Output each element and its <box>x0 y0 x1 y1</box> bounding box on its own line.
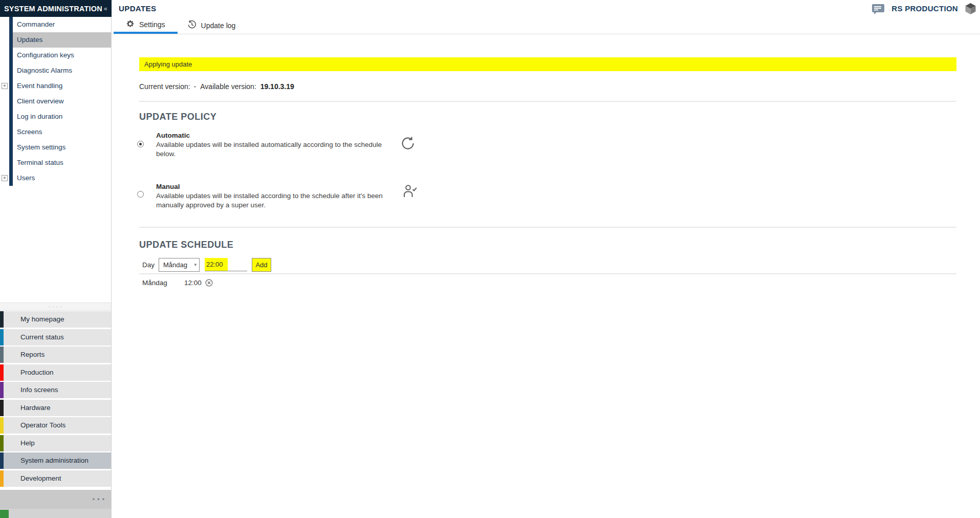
brand-name: RS PRODUCTION <box>891 4 958 13</box>
version-line: Current version: - Available version: 19… <box>139 82 956 91</box>
manual-radio[interactable] <box>137 191 144 198</box>
nav-item-system-administration[interactable]: System administration <box>0 452 111 469</box>
sidebar-item-event-handling[interactable]: Event handling <box>13 78 111 94</box>
sidebar-item-log-in-duration[interactable]: Log in duration <box>13 109 111 124</box>
chat-icon[interactable] <box>872 3 885 14</box>
manual-text: Manual Available updates will be install… <box>156 182 402 210</box>
collapse-sidebar-icon[interactable]: « <box>104 5 107 12</box>
connection-status-indicator <box>0 510 9 518</box>
nav-item-production[interactable]: Production <box>0 364 111 381</box>
current-version-label: Current version: <box>139 82 190 91</box>
cube-icon[interactable] <box>965 3 976 15</box>
top-header-bar: SYSTEM ADMINISTRATION « UPDATES RS PRODU… <box>0 0 980 17</box>
nav-item-reports[interactable]: Reports <box>0 347 111 363</box>
app-title-block[interactable]: SYSTEM ADMINISTRATION « <box>0 0 112 17</box>
manual-description: Available updates will be installed acco… <box>156 191 402 210</box>
sidebar-accent-bar <box>9 17 13 186</box>
refresh-icon <box>400 135 416 154</box>
expander-icon-users[interactable]: + <box>2 175 8 181</box>
policy-option-manual: Manual Available updates will be install… <box>137 182 956 210</box>
automatic-description: Available updates will be installed auto… <box>156 140 402 159</box>
manual-title: Manual <box>156 182 402 191</box>
user-check-icon <box>402 183 417 201</box>
sidebar-item-screens[interactable]: Screens <box>13 124 111 140</box>
main-area: Settings Update log Applying update Curr… <box>112 17 980 518</box>
sidebar-item-commander[interactable]: Commander <box>13 17 111 32</box>
schedule-entry-day: Måndag <box>142 279 184 287</box>
tab-bar: Settings Update log <box>112 17 980 34</box>
page-title: UPDATES <box>119 4 156 13</box>
version-separator: - <box>193 82 196 91</box>
tab-update-log-label: Update log <box>201 21 236 30</box>
tab-update-log[interactable]: Update log <box>178 17 248 34</box>
chevron-down-icon: ▾ <box>194 262 197 267</box>
sidebar-item-client-overview[interactable]: Client overview <box>13 94 111 109</box>
sidebar-item-diagnostic-alarms[interactable]: Diagnostic Alarms <box>13 63 111 78</box>
update-schedule-heading: UPDATE SCHEDULE <box>139 239 956 251</box>
app-title: SYSTEM ADMINISTRATION <box>4 5 102 13</box>
add-button[interactable]: Add <box>252 258 271 272</box>
sidebar-item-users[interactable]: Users <box>13 170 111 186</box>
applying-update-banner: Applying update <box>139 57 956 71</box>
nav-item-help[interactable]: Help <box>0 435 111 451</box>
settings-content: Applying update Current version: - Avail… <box>112 57 980 287</box>
sidebar-item-configuration-keys[interactable]: Configuration keys <box>13 48 111 63</box>
policy-option-automatic: Automatic Available updates will be inst… <box>137 131 956 159</box>
sidebar-item-system-settings[interactable]: System settings <box>13 140 111 155</box>
module-nav: My homepage Current status Reports Produ… <box>0 311 111 488</box>
sidebar-splitter-handle[interactable]: · · · · <box>0 303 111 311</box>
day-label: Day <box>142 261 155 269</box>
nav-item-info-screens[interactable]: Info screens <box>0 382 111 398</box>
sidebar-item-terminal-status[interactable]: Terminal status <box>13 155 111 170</box>
remove-entry-icon[interactable] <box>205 279 213 287</box>
available-version-label: Available version: <box>200 82 256 91</box>
nav-overflow-dots[interactable]: • • • <box>0 490 111 509</box>
day-select[interactable]: Måndag ▾ <box>159 258 200 272</box>
topbar-actions: RS PRODUCTION <box>872 3 980 15</box>
divider <box>139 273 956 274</box>
day-select-value: Måndag <box>163 261 187 269</box>
automatic-title: Automatic <box>156 131 402 140</box>
divider <box>139 101 956 102</box>
sidebar-item-updates[interactable]: Updates <box>13 32 111 48</box>
tab-settings-label: Settings <box>139 20 165 29</box>
sidebar: Commander Updates Configuration keys Dia… <box>0 17 112 509</box>
nav-item-hardware[interactable]: Hardware <box>0 400 111 416</box>
history-icon <box>187 20 197 31</box>
automatic-radio[interactable] <box>137 141 144 147</box>
schedule-entry-time: 12:00 <box>184 279 202 287</box>
sidebar-menu: Commander Updates Configuration keys Dia… <box>13 17 111 186</box>
app-window: SYSTEM ADMINISTRATION « UPDATES RS PRODU… <box>0 0 980 518</box>
update-policy-heading: UPDATE POLICY <box>139 111 956 123</box>
nav-item-current-status[interactable]: Current status <box>0 329 111 346</box>
tab-settings[interactable]: Settings <box>114 17 178 34</box>
schedule-form-row: Day Måndag ▾ Add <box>142 257 956 272</box>
divider <box>139 227 956 228</box>
gear-icon <box>126 19 135 30</box>
nav-item-operator-tools[interactable]: Operator Tools <box>0 417 111 434</box>
automatic-text: Automatic Available updates will be inst… <box>156 131 402 159</box>
nav-item-development[interactable]: Development <box>0 470 111 487</box>
time-input[interactable] <box>205 258 247 271</box>
available-version-value: 19.10.3.19 <box>260 82 294 91</box>
nav-item-my-homepage[interactable]: My homepage <box>0 311 111 328</box>
schedule-entry-row: Måndag 12:00 <box>142 279 956 287</box>
expander-icon-event-handling[interactable]: + <box>2 83 8 89</box>
